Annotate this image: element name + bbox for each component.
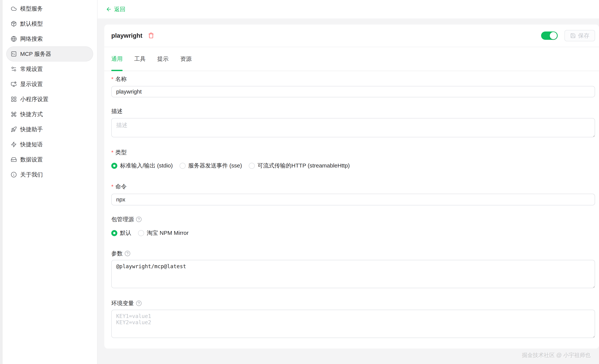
package-icon: [11, 21, 17, 27]
name-input[interactable]: [111, 86, 595, 97]
env-textarea[interactable]: [111, 310, 595, 338]
sidebar-item-label: 关于我们: [20, 171, 43, 179]
help-icon[interactable]: [124, 250, 131, 257]
radio-icon: [138, 230, 144, 236]
radio-label: 淘宝 NPM Mirror: [147, 229, 189, 237]
command-label: * 命令: [111, 183, 595, 190]
server-tabs: 通用工具提示资源: [104, 47, 599, 71]
window-left-gutter: [0, 0, 3, 364]
radio-option[interactable]: 可流式传输的HTTP (streamableHttp): [249, 162, 350, 169]
sidebar-item-data-settings[interactable]: 数据设置: [6, 152, 93, 167]
server-form: * 名称 描述 * 类型 标准输入/输出 (stdio) 服务器发送事件 (ss…: [104, 76, 599, 339]
sidebar-item-display-settings[interactable]: 显示设置: [6, 77, 93, 92]
radio-option[interactable]: 服务器发送事件 (sse): [180, 162, 242, 169]
description-textarea[interactable]: [111, 118, 595, 137]
sidebar-item-label: 数据设置: [20, 156, 43, 163]
required-asterisk: *: [111, 149, 114, 156]
sidebar-item-default-model[interactable]: 默认模型: [6, 16, 93, 31]
help-icon[interactable]: [136, 300, 142, 306]
env-label: 环境变量: [111, 300, 595, 307]
sidebar-item-label: 快捷助手: [20, 126, 43, 133]
tab-tools[interactable]: 工具: [134, 47, 146, 71]
sidebar-item-label: 常规设置: [20, 65, 43, 73]
save-label: 保存: [578, 32, 589, 40]
settings-sidebar: 模型服务 默认模型 网络搜索 MCP 服务器 常规设置 显示设置 小程序设置 快…: [3, 0, 97, 364]
server-header: playwright 保存: [104, 25, 599, 47]
sidebar-item-miniapp-settings[interactable]: 小程序设置: [6, 92, 93, 107]
sidebar-item-general-settings[interactable]: 常规设置: [6, 62, 93, 77]
command-icon: [11, 111, 17, 117]
content-background: playwright 保存 通用工具提示资源 *: [97, 18, 599, 364]
sidebar-item-label: 快捷方式: [20, 111, 43, 118]
sidebar-item-model-service[interactable]: 模型服务: [6, 1, 93, 16]
globe-icon: [11, 36, 17, 42]
sidebar-item-web-search[interactable]: 网络搜索: [6, 31, 93, 46]
sliders-icon: [11, 66, 17, 72]
mcp-server-card: playwright 保存 通用工具提示资源 *: [104, 25, 599, 348]
radio-label: 服务器发送事件 (sse): [188, 162, 242, 169]
radio-icon: [249, 163, 255, 169]
radio-icon: [111, 230, 117, 236]
sidebar-item-quick-phrases[interactable]: 快捷短语: [6, 137, 93, 152]
sidebar-item-label: 默认模型: [20, 20, 43, 28]
registry-label: 包管理源: [111, 216, 595, 223]
description-label: 描述: [111, 108, 595, 115]
type-radio-group: 标准输入/输出 (stdio) 服务器发送事件 (sse) 可流式传输的HTTP…: [111, 162, 595, 169]
sidebar-item-label: 快捷短语: [20, 141, 43, 148]
command-input[interactable]: [111, 194, 595, 205]
required-asterisk: *: [111, 183, 114, 190]
sidebar-item-mcp-server[interactable]: MCP 服务器: [6, 46, 93, 62]
radio-option[interactable]: 标准输入/输出 (stdio): [111, 162, 173, 169]
delete-server-button[interactable]: [148, 32, 154, 39]
help-icon[interactable]: [136, 216, 142, 222]
radio-icon: [180, 163, 185, 169]
rocket-icon: [11, 126, 17, 133]
save-icon: [570, 33, 576, 38]
radio-option[interactable]: 淘宝 NPM Mirror: [138, 229, 189, 237]
args-label: 参数: [111, 250, 595, 257]
zap-icon: [11, 142, 17, 148]
back-label: 返回: [114, 5, 125, 13]
name-label: * 名称: [111, 76, 595, 82]
registry-radio-group: 默认 淘宝 NPM Mirror: [111, 229, 595, 237]
tab-resources[interactable]: 资源: [180, 47, 192, 71]
server-enabled-toggle[interactable]: [541, 32, 558, 40]
grid-icon: [11, 96, 17, 102]
sidebar-item-label: 网络搜索: [20, 35, 43, 43]
sidebar-item-about-us[interactable]: 关于我们: [6, 167, 93, 182]
hard-drive-icon: [11, 157, 17, 163]
radio-icon: [111, 163, 117, 169]
radio-label: 默认: [120, 229, 131, 237]
toggle-knob: [550, 32, 557, 39]
sidebar-item-shortcuts[interactable]: 快捷方式: [6, 107, 93, 122]
sidebar-item-quick-assistant[interactable]: 快捷助手: [6, 122, 93, 137]
server-title: playwright: [111, 32, 142, 39]
cloud-icon: [11, 6, 17, 12]
monitor-gear-icon: [11, 81, 17, 87]
tab-prompts[interactable]: 提示: [157, 47, 169, 71]
topbar: 返回: [97, 0, 599, 18]
sidebar-item-label: 小程序设置: [20, 95, 48, 103]
sidebar-item-label: MCP 服务器: [20, 50, 51, 58]
radio-label: 标准输入/输出 (stdio): [120, 162, 173, 169]
watermark: 掘金技术社区 @ 小宇祖师也: [522, 352, 591, 359]
terminal-icon: [11, 51, 17, 57]
sidebar-item-label: 显示设置: [20, 80, 43, 88]
args-textarea[interactable]: @playwright/mcp@latest: [111, 260, 595, 288]
trash-icon: [148, 32, 154, 39]
radio-option[interactable]: 默认: [111, 229, 131, 237]
type-label: * 类型: [111, 149, 595, 156]
save-button[interactable]: 保存: [564, 30, 595, 41]
info-icon: [11, 172, 17, 178]
arrow-left-icon: [106, 6, 112, 12]
sidebar-item-label: 模型服务: [20, 5, 43, 13]
tab-general[interactable]: 通用: [111, 47, 123, 71]
main-area: 返回 playwright 保存 通用: [97, 0, 599, 364]
required-asterisk: *: [111, 76, 114, 82]
back-button[interactable]: 返回: [106, 5, 125, 13]
radio-label: 可流式传输的HTTP (streamableHttp): [257, 162, 350, 169]
